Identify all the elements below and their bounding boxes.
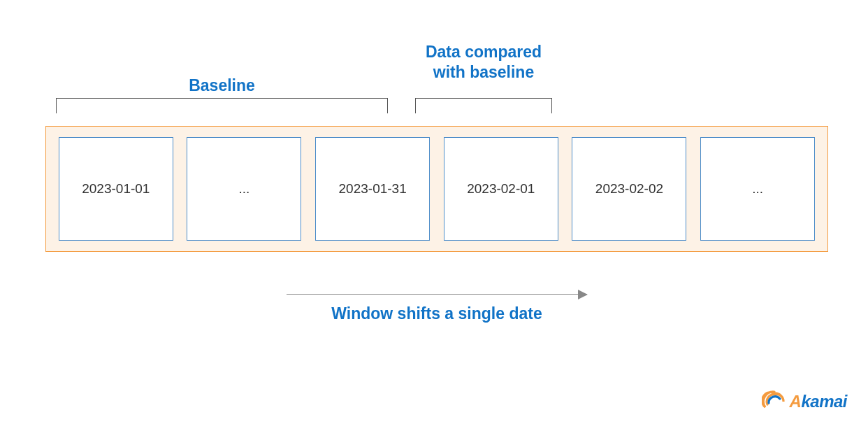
date-box: 2023-02-02 [572, 137, 686, 241]
date-box: 2023-02-01 [444, 137, 558, 241]
baseline-bracket [56, 98, 388, 113]
date-box: ... [700, 137, 815, 241]
brackets-row [56, 98, 825, 119]
arrow-area: Window shifts a single date [45, 280, 828, 323]
akamai-logo: Akamai [762, 389, 847, 414]
compared-bracket [415, 98, 552, 113]
logo-swoosh-icon [762, 389, 787, 414]
compared-label: Data compared with baseline [415, 42, 552, 83]
arrow-icon [287, 294, 587, 295]
logo-text-main: kamai [801, 392, 847, 411]
baseline-label: Baseline [56, 76, 388, 96]
date-box: 2023-01-01 [59, 137, 173, 241]
window-container: 2023-01-01 ... 2023-01-31 2023-02-01 202… [45, 126, 828, 252]
logo-text: Akamai [790, 392, 847, 411]
date-box: ... [187, 137, 301, 241]
caption-label: Window shifts a single date [45, 304, 828, 323]
arrow-head-icon [578, 290, 588, 299]
logo-text-accent: A [790, 392, 802, 411]
date-box: 2023-01-31 [315, 137, 430, 241]
